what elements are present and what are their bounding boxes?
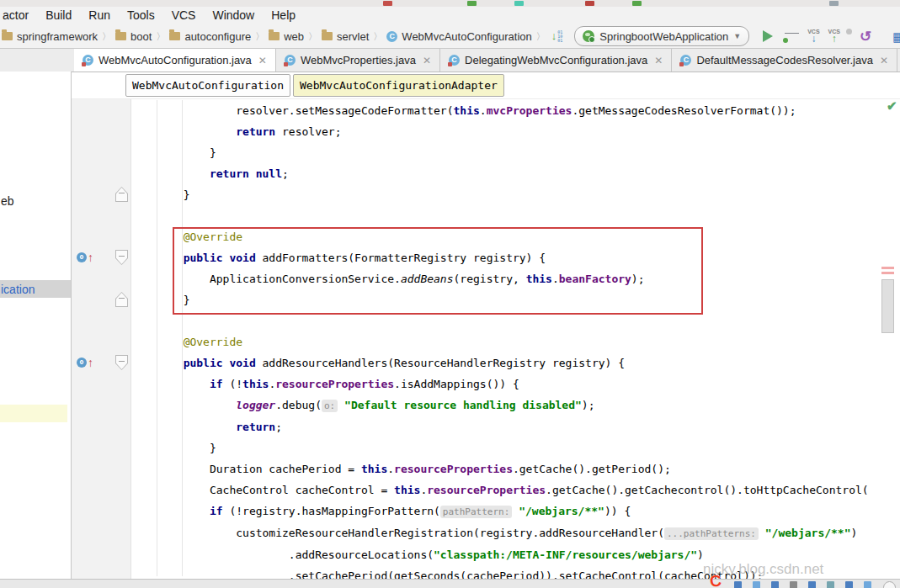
code-line[interactable]: .setCachePeriod(getSeconds(cachePeriod))… (130, 565, 900, 580)
code-line[interactable]: resolver.setMessageCodeFormatter(this.mv… (130, 100, 900, 121)
close-icon[interactable]: ✕ (654, 55, 663, 66)
tray-icon[interactable] (753, 581, 760, 588)
code-line[interactable]: } (130, 289, 900, 310)
tray-icon[interactable] (734, 581, 742, 588)
tab-webmvcproperties-java[interactable]: CWebMvcProperties.java✕ (276, 49, 440, 72)
menu-item-run[interactable]: Run (80, 7, 119, 24)
inspection-ok-icon[interactable]: ✔ (887, 98, 897, 114)
breadcrumb-label: WebMvcAutoConfiguration (402, 30, 531, 43)
fold-marker-up[interactable] (115, 187, 128, 202)
tab-defaultmessagecodesresolver-java[interactable]: CDefaultMessageCodesResolver.java✕ (672, 49, 897, 72)
code-line[interactable]: CacheControl cacheControl = this.resourc… (130, 479, 900, 501)
tray-icon[interactable] (790, 581, 797, 588)
code-line[interactable]: Duration cachePeriod = this.resourceProp… (130, 458, 900, 479)
close-icon[interactable]: ✕ (258, 55, 267, 66)
binary-digits: 011001 (557, 30, 562, 43)
navigation-toolbar: springframework〉boot〉autoconfigure〉web〉s… (0, 24, 900, 49)
breadcrumb-item-servlet[interactable]: servlet (320, 30, 370, 43)
chevron-down-icon: ▼ (733, 32, 741, 40)
code-line[interactable]: return resolver; (130, 121, 900, 142)
titlebar-mark (383, 1, 392, 6)
code-line[interactable]: } (130, 142, 900, 163)
binary-digit-row: 01 (557, 39, 562, 43)
titlebar-mark (514, 1, 524, 6)
csdn-logo-icon: C (709, 573, 722, 588)
code-line[interactable]: } (130, 437, 900, 458)
menu-item-tools[interactable]: Tools (119, 7, 163, 24)
breadcrumb: springframework〉boot〉autoconfigure〉web〉s… (0, 30, 548, 43)
menu-item-help[interactable]: Help (263, 7, 304, 24)
run-configuration-select[interactable]: SpringbootWebApplication ▼ (574, 26, 749, 46)
code-line[interactable]: if (!registry.hasMappingForPattern(pathP… (130, 501, 900, 522)
code-line[interactable]: public void addResourceHandlers(Resource… (130, 352, 900, 373)
code-line[interactable]: if (!this.resourceProperties.isAddMappin… (130, 373, 900, 395)
breadcrumb-item-web[interactable]: web (267, 30, 306, 43)
code-line[interactable]: .addResourceLocations("classpath:/META-I… (130, 544, 900, 565)
overriding-method-icon[interactable]: o↑ (77, 252, 93, 263)
folder-icon (2, 32, 13, 40)
breadcrumb-item-springframework[interactable]: springframework (0, 30, 99, 43)
fold-marker-down[interactable] (115, 355, 128, 370)
code-line[interactable]: ApplicationConversionService.addBeans(re… (130, 268, 900, 289)
code-line[interactable]: return; (130, 416, 900, 437)
code-line[interactable]: } (130, 184, 900, 205)
menu-bar: actorBuildRunToolsVCSWindowHelp (0, 7, 900, 24)
code-editor[interactable]: resolver.setMessageCodeFormatter(this.mv… (130, 100, 900, 580)
green-up-arrow-icon: ↑ (832, 34, 837, 44)
show-desktop-button[interactable] (883, 581, 896, 588)
code-line[interactable] (130, 205, 900, 226)
error-stripe-mark[interactable] (881, 267, 894, 269)
tray-icon[interactable] (808, 581, 816, 588)
breadcrumb-item-boot[interactable]: boot (114, 30, 153, 43)
close-icon[interactable]: ✕ (880, 55, 888, 66)
vcs-update-button[interactable]: VCS ↓ (807, 29, 819, 44)
tray-icon[interactable] (827, 581, 834, 588)
tray-icon[interactable] (845, 581, 853, 588)
code-line[interactable]: public void addFormatters(FormatterRegis… (130, 247, 900, 268)
tab-webmvcautoconfiguration-java[interactable]: CWebMvcAutoConfiguration.java✕ (74, 49, 276, 72)
parameter-hint: ...pathPatterns: (664, 527, 759, 540)
code-line[interactable]: logger.debug(o: "Default resource handli… (130, 395, 900, 416)
breadcrumb-separator: 〉 (153, 30, 168, 43)
taskbar (0, 579, 900, 588)
menu-item-actor[interactable]: actor (0, 7, 37, 24)
titlebar-mark (829, 1, 839, 6)
overriding-method-icon[interactable]: o↑ (77, 357, 93, 368)
breadcrumb-label: springframework (17, 30, 98, 43)
scrollbar-thumb[interactable] (881, 279, 894, 333)
tree-item[interactable]: eb (1, 194, 14, 208)
vcs-commit-button[interactable]: VCS ↑ (828, 29, 840, 44)
rollback-button[interactable]: ↺ (860, 29, 871, 44)
project-tool-window[interactable]: ebication (0, 72, 72, 580)
menu-item-vcs[interactable]: VCS (163, 7, 205, 24)
fold-marker-up[interactable] (115, 292, 128, 307)
tray-icon[interactable] (864, 581, 871, 588)
code-line[interactable]: return null; (130, 163, 900, 184)
code-line[interactable] (130, 310, 900, 331)
structure-chip[interactable]: WebMvcAutoConfigurationAdapter (293, 74, 504, 97)
blue-down-arrow-icon: ↓ (811, 34, 816, 44)
class-icon: C (83, 55, 93, 66)
breadcrumb-item-autoconfigure[interactable]: autoconfigure (168, 30, 253, 43)
run-button[interactable] (763, 30, 773, 42)
menu-item-build[interactable]: Build (37, 7, 80, 24)
class-icon: C (449, 55, 460, 66)
code-line[interactable]: @Override (130, 331, 900, 352)
menu-item-window[interactable]: Window (204, 7, 263, 24)
code-line[interactable]: @Override (130, 226, 900, 247)
breadcrumb-separator: 〉 (306, 30, 320, 43)
bytecode-view-icon[interactable]: ↓ 011001 (551, 30, 563, 43)
titlebar-mark (467, 1, 477, 6)
error-stripe-mark[interactable] (881, 272, 894, 274)
fold-marker-down[interactable] (115, 250, 128, 265)
tray-icon[interactable] (771, 581, 779, 588)
tab-delegatingwebmvcconfiguration-java[interactable]: CDelegatingWebMvcConfiguration.java✕ (440, 49, 672, 72)
class-icon: C (386, 31, 397, 42)
structure-chip[interactable]: WebMvcAutoConfiguration (125, 74, 290, 97)
tree-item[interactable]: ication (1, 283, 35, 296)
structure-grid-icon[interactable]: ▦ (892, 30, 900, 43)
breadcrumb-item-class[interactable]: CWebMvcAutoConfiguration (385, 30, 533, 43)
close-icon[interactable]: ✕ (423, 55, 431, 66)
tab-label: WebMvcProperties.java (301, 54, 416, 66)
code-line[interactable]: customizeResourceHandlerRegistration(reg… (130, 522, 900, 544)
